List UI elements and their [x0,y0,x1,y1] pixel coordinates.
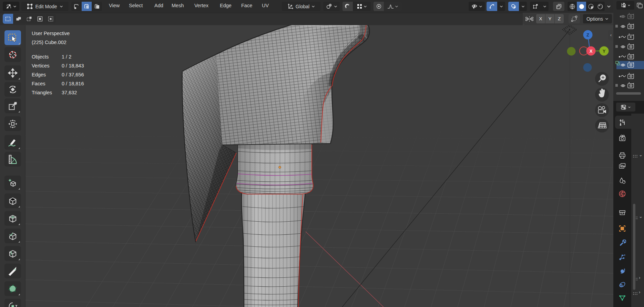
svg-text:Z: Z [586,32,589,38]
svg-text:Y: Y [603,49,606,54]
svg-text:X: X [590,49,593,54]
